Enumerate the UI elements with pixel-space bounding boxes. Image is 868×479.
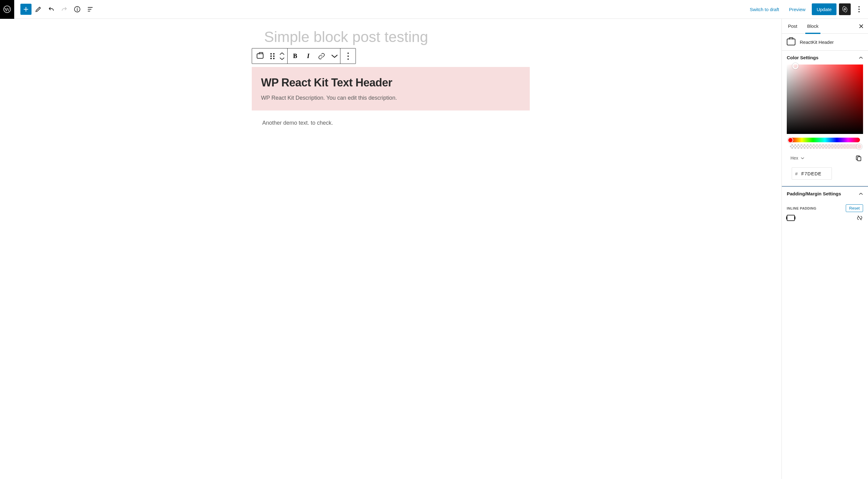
block-type-icon <box>257 54 264 59</box>
copy-color-button[interactable] <box>855 155 862 162</box>
link-icon <box>318 53 325 60</box>
update-button[interactable]: Update <box>812 3 836 15</box>
block-card-title: ReactKit Header <box>800 39 834 45</box>
redo-icon <box>61 6 68 13</box>
move-up-button[interactable] <box>278 51 286 56</box>
svg-point-8 <box>273 53 275 55</box>
svg-point-2 <box>77 8 78 8</box>
pencil-icon <box>35 6 42 13</box>
svg-point-9 <box>270 55 272 57</box>
block-toolbar: B I <box>252 48 356 64</box>
editor-canvas[interactable]: Simple block post testing <box>0 19 781 479</box>
hue-slider-thumb[interactable] <box>788 137 793 143</box>
reset-padding-button[interactable]: Reset <box>846 204 863 212</box>
move-down-button[interactable] <box>278 56 286 61</box>
color-saturation-field[interactable] <box>787 65 863 134</box>
link-button[interactable] <box>314 48 329 64</box>
chevron-up-icon <box>279 52 285 55</box>
sidebar-tabs: Post Block <box>782 19 868 34</box>
svg-point-7 <box>270 53 272 55</box>
plus-icon <box>23 6 29 13</box>
color-settings-panel: Color Settings Hex <box>782 50 868 186</box>
editor-top-bar: Switch to draft Preview Update <box>0 0 868 19</box>
inline-padding-label: INLINE PADDING <box>787 206 816 210</box>
post-title[interactable]: Simple block post testing <box>264 28 530 46</box>
add-block-button[interactable] <box>21 4 32 15</box>
wordpress-icon <box>3 6 11 13</box>
chevron-down-icon <box>801 157 804 159</box>
svg-point-4 <box>859 6 860 7</box>
inline-padding-icon <box>787 215 795 221</box>
block-movers <box>277 48 287 64</box>
wp-logo-button[interactable] <box>0 0 14 19</box>
more-options-button[interactable] <box>853 3 865 15</box>
svg-point-14 <box>347 55 348 57</box>
drag-handle[interactable] <box>268 48 277 64</box>
svg-point-13 <box>347 53 348 54</box>
svg-point-6 <box>859 11 860 12</box>
settings-sidebar: Post Block ReactKit Header Color Setting… <box>781 19 868 479</box>
unlink-sides-button[interactable] <box>856 214 863 221</box>
chevron-up-icon <box>859 193 863 195</box>
block-name-row: ReactKit Header <box>782 34 868 50</box>
list-view-button[interactable] <box>84 3 96 15</box>
color-format-select[interactable]: Hex <box>788 154 807 162</box>
close-sidebar-button[interactable] <box>857 22 866 31</box>
redo-button[interactable] <box>58 3 70 15</box>
chevron-down-icon <box>331 53 338 60</box>
close-icon <box>859 24 864 29</box>
svg-point-15 <box>347 58 348 60</box>
padding-settings-toggle[interactable]: Padding/Margin Settings <box>782 187 868 201</box>
block-heading[interactable]: WP React Kit Text Header <box>261 76 521 89</box>
list-view-icon <box>87 6 94 13</box>
paragraph-block[interactable]: Another demo text. to check. <box>262 120 530 126</box>
settings-toggle-button[interactable] <box>839 3 851 15</box>
block-card-icon <box>787 39 796 45</box>
undo-button[interactable] <box>45 3 58 15</box>
alpha-slider-thumb[interactable] <box>857 144 862 149</box>
copy-icon <box>855 155 862 161</box>
unlink-icon <box>856 214 863 221</box>
kebab-icon <box>344 53 352 60</box>
switch-to-draft-button[interactable]: Switch to draft <box>746 4 783 14</box>
hex-hash-label: # <box>792 171 801 176</box>
undo-icon <box>48 6 55 13</box>
details-button[interactable] <box>71 3 84 15</box>
edit-mode-button[interactable] <box>32 3 44 15</box>
svg-point-12 <box>273 58 275 59</box>
tab-post[interactable]: Post <box>783 19 802 34</box>
svg-point-11 <box>270 58 272 59</box>
padding-margin-panel: Padding/Margin Settings INLINE PADDING R… <box>782 186 868 226</box>
drag-icon <box>269 53 276 60</box>
panel-title: Color Settings <box>787 55 818 60</box>
gear-icon <box>842 6 848 12</box>
color-settings-toggle[interactable]: Color Settings <box>782 50 868 65</box>
svg-point-10 <box>273 55 275 57</box>
svg-point-5 <box>859 9 860 10</box>
italic-icon: I <box>307 53 310 60</box>
block-options-button[interactable] <box>340 48 355 64</box>
chevron-up-icon <box>859 57 863 59</box>
top-left-controls <box>14 3 96 15</box>
svg-point-3 <box>844 9 846 10</box>
more-formatting-button[interactable] <box>329 48 340 64</box>
bold-button[interactable]: B <box>287 48 303 64</box>
panel-title: Padding/Margin Settings <box>787 191 841 196</box>
hex-input[interactable] <box>801 171 824 176</box>
italic-button[interactable]: I <box>303 48 314 64</box>
tab-block[interactable]: Block <box>802 19 824 34</box>
chevron-down-icon <box>279 57 285 60</box>
kebab-icon <box>859 6 860 12</box>
color-format-label: Hex <box>790 156 798 161</box>
block-type-button[interactable] <box>252 48 268 64</box>
preview-button[interactable]: Preview <box>785 4 809 14</box>
bold-icon: B <box>293 53 297 60</box>
top-right-controls: Switch to draft Preview Update <box>746 3 868 15</box>
alpha-slider[interactable] <box>790 144 860 149</box>
block-description[interactable]: WP React Kit Description. You can edit t… <box>261 95 521 101</box>
hue-slider[interactable] <box>790 138 860 142</box>
reactkit-header-block[interactable]: WP React Kit Text Header WP React Kit De… <box>252 67 530 110</box>
color-picker-cursor[interactable] <box>792 63 799 69</box>
svg-rect-17 <box>858 157 861 161</box>
hex-input-wrapper: # <box>792 167 832 180</box>
